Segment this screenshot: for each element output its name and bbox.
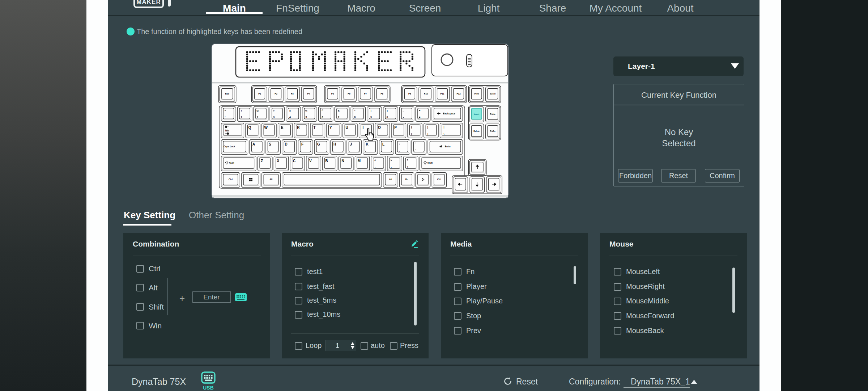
svg-text:Ctrl: Ctrl — [437, 178, 441, 181]
svg-text:^: ^ — [322, 109, 323, 112]
svg-text:Y: Y — [329, 126, 332, 130]
svg-text:F4: F4 — [307, 92, 310, 95]
svg-text:Delete: Delete — [473, 130, 480, 132]
svg-text:Ctrl: Ctrl — [229, 178, 233, 181]
svg-text:C: C — [293, 159, 295, 163]
svg-text:&: & — [338, 109, 340, 112]
svg-text:F3: F3 — [291, 92, 294, 95]
svg-text:F: F — [301, 142, 303, 146]
svg-text:P: P — [394, 126, 397, 130]
svg-text:R: R — [297, 126, 300, 130]
svg-text:T: T — [314, 126, 316, 130]
svg-text:Backspace: Backspace — [443, 112, 455, 115]
svg-text:@: @ — [256, 109, 259, 112]
svg-text:Shift: Shift — [229, 162, 234, 164]
svg-text:Scroll: Scroll — [490, 93, 496, 95]
svg-text:Insert: Insert — [474, 113, 479, 115]
svg-text:Caps Lock: Caps Lock — [224, 145, 235, 148]
svg-text:H: H — [333, 142, 336, 146]
svg-text:9: 9 — [370, 116, 372, 118]
svg-text:U: U — [346, 126, 348, 130]
svg-text:?: ? — [407, 159, 408, 161]
svg-text:L: L — [382, 142, 384, 146]
svg-text:F2: F2 — [275, 92, 277, 95]
svg-text:V: V — [309, 159, 312, 163]
svg-text:}: } — [427, 126, 428, 129]
svg-text:Alt: Alt — [389, 178, 392, 181]
svg-text:": " — [415, 142, 416, 145]
svg-text:~: ~ — [225, 109, 226, 112]
svg-text:3: 3 — [273, 116, 275, 118]
svg-text:<: < — [374, 159, 376, 161]
svg-text:A: A — [252, 142, 255, 146]
svg-text:S: S — [269, 142, 271, 146]
svg-text:Esc: Esc — [225, 92, 230, 95]
svg-text:F11: F11 — [440, 92, 444, 95]
svg-text:N: N — [341, 159, 344, 163]
svg-text:=: = — [419, 116, 420, 118]
svg-text:>: > — [391, 159, 392, 161]
svg-text:,: , — [375, 165, 375, 168]
svg-text:Fn: Fn — [405, 178, 408, 181]
svg-text:D: D — [285, 142, 288, 146]
svg-text::: : — [399, 142, 400, 145]
svg-text:2: 2 — [257, 116, 258, 118]
svg-text:B: B — [326, 159, 328, 163]
svg-text:Print: Print — [474, 93, 479, 95]
svg-text:F8: F8 — [380, 92, 383, 95]
svg-text:K: K — [366, 142, 369, 146]
svg-text:4: 4 — [289, 116, 291, 118]
svg-text:E: E — [281, 126, 284, 130]
svg-text:PgDn: PgDn — [490, 130, 495, 132]
svg-text:1: 1 — [241, 116, 242, 118]
svg-text:.: . — [391, 165, 392, 168]
svg-text:F1: F1 — [258, 92, 261, 95]
svg-text:|: | — [444, 126, 444, 129]
svg-text:;: ; — [399, 149, 400, 152]
svg-text:): ) — [387, 109, 388, 112]
svg-text:X: X — [277, 159, 279, 163]
svg-text:\: \ — [444, 133, 444, 135]
svg-text:F5: F5 — [331, 92, 334, 95]
svg-text:0: 0 — [387, 116, 388, 118]
svg-text:F9: F9 — [408, 92, 411, 95]
svg-text:Alt: Alt — [269, 178, 273, 181]
svg-text:!: ! — [241, 109, 242, 112]
svg-text:O: O — [378, 126, 381, 130]
svg-text:PgUp: PgUp — [490, 113, 495, 115]
svg-text:F12: F12 — [456, 92, 461, 95]
svg-text:]: ] — [427, 133, 428, 135]
svg-text:F6: F6 — [348, 92, 350, 95]
svg-text:Shift: Shift — [427, 162, 433, 164]
svg-text:+: + — [419, 109, 420, 112]
svg-text:_: _ — [403, 109, 404, 112]
svg-text:Enter: Enter — [445, 145, 451, 148]
svg-text:#: # — [273, 109, 275, 112]
svg-text:W: W — [264, 126, 268, 130]
svg-text:6: 6 — [322, 116, 323, 118]
svg-text:Q: Q — [248, 126, 251, 130]
svg-text:G: G — [317, 142, 320, 146]
svg-text:J: J — [350, 142, 352, 146]
svg-text:8: 8 — [354, 116, 356, 118]
svg-text:F7: F7 — [364, 92, 367, 95]
svg-text:M: M — [358, 159, 361, 163]
svg-text:/: / — [407, 165, 408, 168]
svg-text:5: 5 — [306, 116, 307, 118]
svg-text:F10: F10 — [424, 92, 428, 95]
svg-text:*: * — [354, 109, 356, 112]
svg-text:Tab: Tab — [225, 129, 229, 132]
svg-text:Z: Z — [261, 159, 263, 163]
svg-text:`: ` — [225, 116, 226, 118]
svg-text:7: 7 — [338, 116, 339, 118]
svg-text:%: % — [305, 109, 308, 112]
svg-text:$: $ — [289, 109, 291, 112]
svg-text:{: { — [411, 126, 412, 129]
